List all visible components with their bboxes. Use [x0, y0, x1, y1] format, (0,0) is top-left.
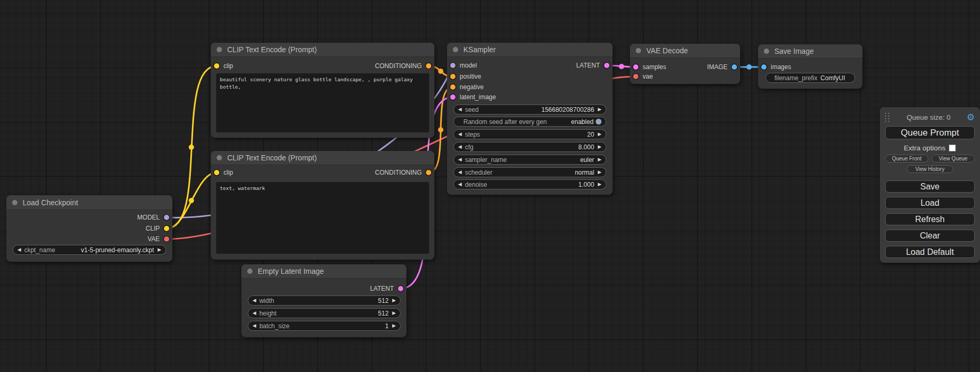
clear-button[interactable]: Clear — [885, 230, 975, 242]
increment-arrow-icon[interactable]: ▶ — [598, 182, 601, 187]
output-label-conditioning: CONDITIONING — [211, 61, 422, 71]
decrement-arrow-icon[interactable]: ◀ — [17, 247, 21, 252]
collapse-dot-icon[interactable] — [217, 155, 222, 160]
widget-filename-prefix[interactable]: filename_prefix ComfyUI — [765, 73, 855, 83]
widget-random-seed-toggle[interactable]: Random seed after every gen enabled — [453, 117, 606, 127]
view-queue-button[interactable]: View Queue — [932, 155, 975, 163]
widget-ckpt-name[interactable]: ◀ ckpt_name v1-5-pruned-emaonly.ckpt ▶ — [13, 245, 166, 255]
widget-label: scheduler — [465, 169, 492, 176]
node-title: CLIP Text Encode (Prompt) — [227, 45, 317, 54]
widget-label: denoise — [465, 181, 487, 188]
node-ksampler: KSampler model LATENT positive negative … — [447, 43, 613, 195]
widget-width[interactable]: ◀ width 512 ▶ — [248, 295, 401, 306]
decrement-arrow-icon[interactable]: ◀ — [253, 323, 256, 328]
extra-options-label: Extra options — [904, 144, 946, 152]
input-port-model[interactable] — [450, 63, 455, 68]
load-button[interactable]: Load — [885, 197, 975, 209]
decrement-arrow-icon[interactable]: ◀ — [458, 132, 462, 137]
output-port-model[interactable] — [164, 215, 169, 220]
input-port-samples[interactable] — [633, 64, 638, 70]
prompt-textarea[interactable]: text, watermark — [216, 182, 429, 254]
input-port-images[interactable] — [761, 64, 766, 70]
widget-denoise[interactable]: ◀ denoise 1.000 ▶ — [453, 179, 606, 189]
drag-handle-icon[interactable] — [885, 112, 890, 122]
node-titlebar[interactable]: CLIP Text Encode (Prompt) — [211, 43, 434, 57]
output-label-latent: LATENT — [447, 60, 600, 71]
output-label-model: MODEL — [6, 212, 160, 223]
save-button[interactable]: Save — [885, 180, 975, 193]
input-port-clip[interactable] — [214, 170, 219, 175]
node-empty-latent-image: Empty Latent Image LATENT ◀ width 512 ▶ … — [241, 264, 406, 337]
increment-arrow-icon[interactable]: ▶ — [598, 170, 601, 175]
widget-seed[interactable]: ◀ seed 156680208700286 ▶ — [453, 104, 606, 115]
node-titlebar[interactable]: CLIP Text Encode (Prompt) — [211, 151, 434, 165]
output-port-conditioning[interactable] — [426, 63, 431, 69]
node-clip-text-encode-negative: CLIP Text Encode (Prompt) clip CONDITION… — [211, 151, 434, 260]
output-port-latent[interactable] — [398, 286, 403, 291]
increment-arrow-icon[interactable]: ▶ — [598, 145, 601, 149]
increment-arrow-icon[interactable]: ▶ — [598, 132, 601, 137]
widget-cfg[interactable]: ◀ cfg 8.000 ▶ — [453, 142, 606, 152]
increment-arrow-icon[interactable]: ▶ — [392, 311, 396, 316]
output-label-latent: LATENT — [241, 283, 394, 294]
node-titlebar[interactable]: VAE Decode — [630, 44, 740, 58]
increment-arrow-icon[interactable]: ▶ — [392, 298, 396, 303]
widget-value: euler — [580, 156, 594, 164]
link-midpoint-dot — [619, 64, 624, 69]
comfyui-canvas[interactable]: { "colors": { "model": "#b39ddb", "clip"… — [0, 0, 980, 372]
output-port-conditioning[interactable] — [426, 170, 431, 175]
widget-label: sampler_name — [465, 156, 507, 164]
input-port-negative[interactable] — [450, 84, 455, 90]
collapse-dot-icon[interactable] — [453, 47, 458, 52]
decrement-arrow-icon[interactable]: ◀ — [253, 311, 256, 316]
output-port-clip[interactable] — [164, 226, 169, 231]
decrement-arrow-icon[interactable]: ◀ — [458, 107, 462, 112]
widget-batch-size[interactable]: ◀ batch_size 1 ▶ — [248, 321, 401, 331]
toggle-enabled-icon[interactable] — [596, 119, 601, 125]
node-clip-text-encode-positive: CLIP Text Encode (Prompt) clip CONDITION… — [211, 43, 434, 138]
collapse-dot-icon[interactable] — [636, 48, 641, 53]
widget-label: cfg — [465, 144, 473, 151]
refresh-button[interactable]: Refresh — [885, 213, 975, 225]
settings-gear-icon[interactable]: ⚙ — [967, 113, 975, 122]
node-titlebar[interactable]: Load Checkpoint — [6, 195, 172, 210]
view-history-button[interactable]: View History — [907, 165, 953, 173]
output-port-vae[interactable] — [164, 236, 169, 242]
input-port-vae[interactable] — [633, 74, 638, 79]
decrement-arrow-icon[interactable]: ◀ — [458, 170, 462, 175]
widget-steps[interactable]: ◀ steps 20 ▶ — [453, 129, 606, 139]
decrement-arrow-icon[interactable]: ◀ — [253, 298, 256, 303]
input-port-positive[interactable] — [450, 74, 455, 79]
load-default-button[interactable]: Load Default — [885, 246, 975, 258]
node-titlebar[interactable]: Save Image — [758, 44, 862, 59]
queue-prompt-button[interactable]: Queue Prompt — [885, 126, 975, 139]
increment-arrow-icon[interactable]: ▶ — [158, 247, 161, 252]
widget-scheduler[interactable]: ◀ scheduler normal ▶ — [453, 167, 606, 177]
collapse-dot-icon[interactable] — [217, 47, 222, 52]
increment-arrow-icon[interactable]: ▶ — [392, 323, 396, 328]
collapse-dot-icon[interactable] — [12, 200, 17, 205]
output-port-latent[interactable] — [604, 63, 609, 68]
input-label-images: images — [771, 62, 791, 72]
output-label-clip: CLIP — [6, 223, 160, 234]
link-midpoint-dot — [746, 64, 752, 70]
queue-front-button[interactable]: Queue Front — [885, 155, 928, 163]
increment-arrow-icon[interactable]: ▶ — [598, 107, 601, 112]
collapse-dot-icon[interactable] — [247, 269, 253, 274]
widget-height[interactable]: ◀ height 512 ▶ — [248, 308, 401, 318]
widget-label: ckpt_name — [24, 246, 55, 254]
input-port-clip[interactable] — [214, 63, 219, 69]
extra-options-checkbox[interactable] — [949, 145, 956, 151]
decrement-arrow-icon[interactable]: ◀ — [458, 157, 462, 162]
decrement-arrow-icon[interactable]: ◀ — [458, 145, 462, 149]
collapse-dot-icon[interactable] — [764, 49, 769, 54]
node-titlebar[interactable]: KSampler — [447, 43, 613, 57]
prompt-textarea[interactable]: beautiful scenery nature glass bottle la… — [216, 73, 429, 132]
decrement-arrow-icon[interactable]: ◀ — [458, 182, 462, 187]
widget-sampler-name[interactable]: ◀ sampler_name euler ▶ — [453, 155, 606, 165]
increment-arrow-icon[interactable]: ▶ — [598, 157, 601, 162]
output-port-image[interactable] — [732, 64, 737, 70]
node-titlebar[interactable]: Empty Latent Image — [241, 264, 406, 279]
input-label-latent-image: latent_image — [460, 92, 496, 102]
input-port-latent-image[interactable] — [450, 94, 455, 100]
